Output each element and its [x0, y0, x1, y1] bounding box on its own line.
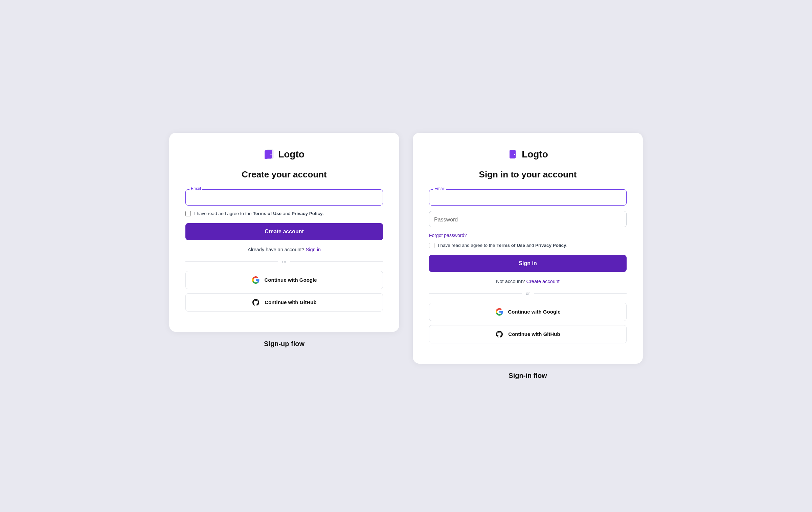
signin-github-button[interactable]: Continue with GitHub — [429, 325, 627, 343]
signup-divider: or — [185, 259, 383, 264]
signup-terms-checkbox[interactable] — [185, 211, 191, 216]
svg-point-4 — [271, 154, 272, 155]
signin-google-icon — [495, 308, 503, 316]
signup-flow-label: Sign-up flow — [264, 340, 304, 348]
signin-forgot-password-link[interactable]: Forgot password? — [429, 233, 627, 238]
signup-google-button[interactable]: Continue with Google — [185, 271, 383, 289]
signin-divider: or — [429, 291, 627, 296]
signin-logto-logo-icon — [508, 149, 518, 160]
signup-logo-text: Logto — [278, 149, 304, 160]
signin-divider-line-left — [429, 293, 522, 294]
signup-logo-area: Logto — [185, 149, 383, 160]
signin-logo-area: Logto — [429, 149, 627, 160]
signin-card: Logto Sign in to your account Email Forg… — [413, 133, 643, 364]
logto-logo-icon — [264, 149, 275, 160]
signup-create-button[interactable]: Create account — [185, 223, 383, 240]
signin-password-input[interactable] — [429, 211, 627, 227]
signup-terms-label: I have read and agree to the Terms of Us… — [194, 211, 324, 216]
signin-github-icon — [495, 330, 503, 338]
signup-email-group: Email — [185, 189, 383, 206]
signin-account-switch: Not account? Create account — [429, 279, 627, 284]
signin-password-group — [429, 211, 627, 227]
signin-flow-label: Sign-in flow — [509, 372, 547, 380]
signin-submit-button[interactable]: Sign in — [429, 255, 627, 272]
signin-title: Sign in to your account — [429, 169, 627, 180]
signup-divider-text: or — [282, 259, 286, 264]
signin-terms-row: I have read and agree to the Terms of Us… — [429, 243, 627, 248]
signup-github-label: Continue with GitHub — [265, 299, 316, 305]
signin-github-label: Continue with GitHub — [508, 331, 560, 337]
signin-divider-text: or — [526, 291, 530, 296]
signup-flow-section: Logto Create your account Email I have r… — [169, 133, 399, 348]
signin-email-label: Email — [433, 186, 446, 191]
signup-account-switch: Already have an account? Sign in — [185, 247, 383, 252]
signup-divider-line-left — [185, 261, 278, 262]
github-icon — [252, 298, 260, 306]
signin-email-group: Email — [429, 189, 627, 206]
signup-terms-row: I have read and agree to the Terms of Us… — [185, 211, 383, 216]
signup-google-label: Continue with Google — [265, 277, 317, 283]
signup-signin-link[interactable]: Sign in — [306, 247, 321, 252]
signin-create-link[interactable]: Create account — [526, 279, 560, 284]
signin-google-button[interactable]: Continue with Google — [429, 303, 627, 321]
signin-terms-checkbox[interactable] — [429, 243, 434, 248]
signin-google-label: Continue with Google — [508, 309, 561, 315]
signup-divider-line-right — [290, 261, 383, 262]
page-container: Logto Create your account Email I have r… — [169, 133, 643, 380]
signin-divider-line-right — [534, 293, 627, 294]
signup-github-button[interactable]: Continue with GitHub — [185, 293, 383, 312]
signup-title: Create your account — [185, 169, 383, 180]
signin-flow-section: Logto Sign in to your account Email Forg… — [413, 133, 643, 380]
signin-terms-label: I have read and agree to the Terms of Us… — [438, 243, 567, 248]
signup-card: Logto Create your account Email I have r… — [169, 133, 399, 332]
google-icon — [252, 276, 260, 284]
svg-point-6 — [514, 154, 515, 155]
signin-logo-text: Logto — [522, 149, 548, 160]
signin-email-input[interactable] — [429, 189, 627, 206]
signup-email-input[interactable] — [185, 189, 383, 206]
signup-email-label: Email — [189, 186, 202, 191]
